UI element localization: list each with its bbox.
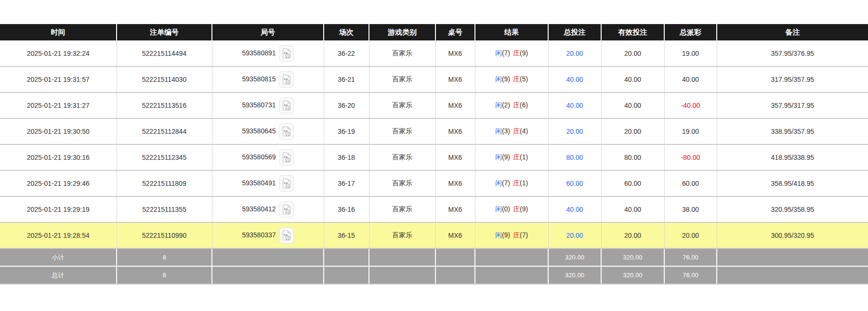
subtotal-valid-bet: 320.00 (601, 248, 664, 266)
cell-valid-bet: 40.00 (601, 92, 664, 118)
table-row[interactable]: 2025-01-21 19:31:27 522215113516 5935807… (0, 92, 868, 118)
banker-result-label: 庄 (513, 231, 520, 239)
cell-valid-bet: 20.00 (601, 222, 664, 248)
banker-result-label: 庄 (513, 49, 520, 57)
table-header-row: 时间 注单编号 局号 场次 游戏类别 桌号 结果 总投注 有效投注 总派彩 备注 (0, 24, 868, 40)
cell-table-no: MX6 (435, 144, 475, 170)
grand-total-row: 总计 8 320.00 320.00 76.00 (0, 266, 868, 284)
round-id-text: 593580815 (242, 75, 276, 83)
cell-result: 闲(3)庄(4) (475, 118, 548, 144)
table-row[interactable]: 2025-01-21 19:32:24 522215114494 5935808… (0, 40, 868, 66)
video-replay-button[interactable] (279, 45, 294, 62)
subtotal-count: 8 (117, 248, 212, 266)
cell-result: 闲(7)庄(9) (475, 40, 548, 66)
video-replay-button[interactable] (279, 97, 294, 114)
round-id-text: 593580569 (242, 153, 276, 161)
cell-valid-bet: 40.00 (601, 196, 664, 222)
video-replay-button[interactable] (279, 201, 294, 218)
player-result-label: 闲 (495, 231, 502, 239)
video-replay-button[interactable] (279, 71, 294, 88)
table-row[interactable]: 2025-01-21 19:30:16 522215112345 5935805… (0, 144, 868, 170)
cell-total-bet[interactable]: 60.00 (548, 170, 601, 196)
subtotal-empty-game (369, 248, 435, 266)
cell-bet-id: 522215110990 (117, 222, 212, 248)
cell-remark: 338.95/357.95 (717, 118, 868, 144)
subtotal-empty-session (324, 248, 369, 266)
banker-result-score: (1) (520, 153, 528, 161)
cell-total-bet[interactable]: 80.00 (548, 144, 601, 170)
banker-result-label: 庄 (513, 153, 520, 161)
cell-result: 闲(7)庄(1) (475, 170, 548, 196)
cell-time: 2025-01-21 19:29:19 (0, 196, 117, 222)
cell-session: 36-17 (324, 170, 369, 196)
subtotal-total-bet: 320.00 (548, 248, 601, 266)
video-replay-icon (282, 178, 291, 189)
cell-total-payout: 38.00 (664, 196, 717, 222)
cell-total-bet[interactable]: 20.00 (548, 222, 601, 248)
header-session: 场次 (324, 24, 369, 40)
grand-total-payout: 76.00 (664, 266, 717, 284)
banker-result-score: (9) (520, 49, 528, 57)
banker-result-label: 庄 (513, 101, 520, 109)
video-replay-button[interactable] (279, 149, 294, 166)
player-result-score: (9) (502, 75, 510, 83)
cell-game-type: 百家乐 (369, 66, 435, 92)
header-time: 时间 (0, 24, 117, 40)
grand-total-total-bet: 320.00 (548, 266, 601, 284)
table-row[interactable]: 2025-01-21 19:30:50 522215112844 5935806… (0, 118, 868, 144)
cell-session: 36-18 (324, 144, 369, 170)
bet-records-table: 时间 注单编号 局号 场次 游戏类别 桌号 结果 总投注 有效投注 总派彩 备注… (0, 24, 868, 285)
header-bet-id: 注单编号 (117, 24, 212, 40)
cell-bet-id: 522215114494 (117, 40, 212, 66)
cell-valid-bet: 80.00 (601, 144, 664, 170)
cell-bet-id: 522215112844 (117, 118, 212, 144)
cell-total-bet[interactable]: 40.00 (548, 196, 601, 222)
cell-total-bet[interactable]: 40.00 (548, 92, 601, 118)
cell-result: 闲(0)庄(9) (475, 196, 548, 222)
table-row[interactable]: 2025-01-21 19:31:57 522215114030 5935808… (0, 66, 868, 92)
player-result-label: 闲 (495, 75, 502, 83)
cell-bet-id: 522215111809 (117, 170, 212, 196)
cell-round-id: 593580569 (212, 144, 324, 170)
cell-session: 36-20 (324, 92, 369, 118)
cell-total-payout: 19.00 (664, 118, 717, 144)
cell-table-no: MX6 (435, 40, 475, 66)
header-total-payout: 总派彩 (664, 24, 717, 40)
cell-table-no: MX6 (435, 118, 475, 144)
cell-total-payout: -40.00 (664, 92, 717, 118)
video-replay-icon (282, 100, 291, 111)
cell-bet-id: 522215112345 (117, 144, 212, 170)
cell-bet-id: 522215113516 (117, 92, 212, 118)
player-result-score: (3) (502, 127, 510, 135)
round-id-text: 593580731 (242, 101, 276, 109)
round-id-text: 593580491 (242, 179, 276, 187)
cell-remark: 317.95/357.95 (717, 66, 868, 92)
cell-session: 36-15 (324, 222, 369, 248)
video-replay-button[interactable] (279, 227, 294, 244)
cell-total-payout: 60.00 (664, 170, 717, 196)
table-row[interactable]: 2025-01-21 19:29:19 522215111355 5935804… (0, 196, 868, 222)
grand-total-empty-table (435, 266, 475, 284)
player-result-score: (7) (502, 49, 510, 57)
cell-round-id: 593580412 (212, 196, 324, 222)
grand-total-label: 总计 (0, 266, 117, 284)
table-row[interactable]: 2025-01-21 19:29:46 522215111809 5935804… (0, 170, 868, 196)
video-replay-button[interactable] (279, 123, 294, 140)
subtotal-payout: 76.00 (664, 248, 717, 266)
grand-total-valid-bet: 320.00 (601, 266, 664, 284)
cell-session: 36-16 (324, 196, 369, 222)
cell-total-bet[interactable]: 20.00 (548, 40, 601, 66)
cell-round-id: 593580815 (212, 66, 324, 92)
player-result-score: (7) (502, 179, 510, 187)
cell-total-bet[interactable]: 40.00 (548, 66, 601, 92)
cell-total-bet[interactable]: 20.00 (548, 118, 601, 144)
table-row[interactable]: 2025-01-21 19:28:54 522215110990 5935803… (0, 222, 868, 248)
header-result: 结果 (475, 24, 548, 40)
cell-bet-id: 522215111355 (117, 196, 212, 222)
subtotal-label: 小计 (0, 248, 117, 266)
cell-time: 2025-01-21 19:30:16 (0, 144, 117, 170)
cell-time: 2025-01-21 19:28:54 (0, 222, 117, 248)
cell-time: 2025-01-21 19:31:57 (0, 66, 117, 92)
video-replay-button[interactable] (279, 175, 294, 192)
cell-valid-bet: 20.00 (601, 118, 664, 144)
